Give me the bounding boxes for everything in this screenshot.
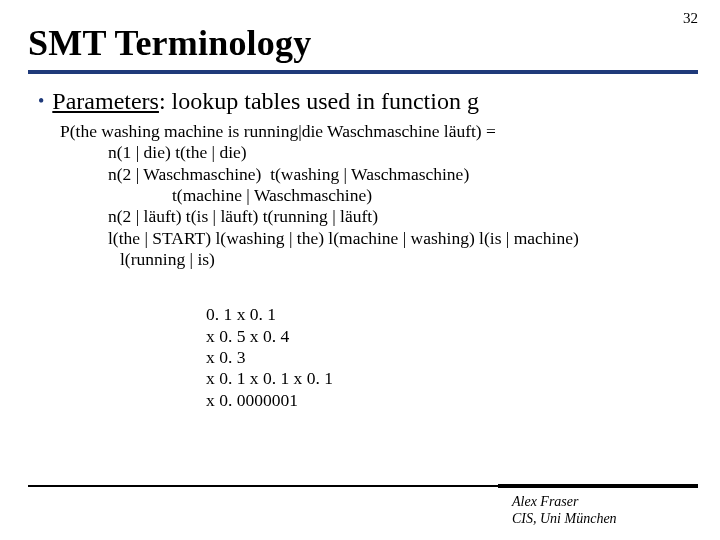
footer-rule-thin	[28, 485, 498, 487]
formula-line-7: l(running | is)	[60, 249, 690, 270]
page-number: 32	[683, 10, 698, 27]
bullet-icon: •	[38, 91, 44, 111]
numbers-block: 0. 1 x 0. 1 x 0. 5 x 0. 4 x 0. 3 x 0. 1 …	[38, 304, 690, 411]
content-area: •Parameters: lookup tables used in funct…	[0, 74, 720, 411]
numbers-line-2: x 0. 5 x 0. 4	[206, 326, 690, 347]
numbers-line-4: x 0. 1 x 0. 1 x 0. 1	[206, 368, 690, 389]
bullet-parameters: •Parameters: lookup tables used in funct…	[38, 88, 690, 115]
formula-line-2: n(1 | die) t(the | die)	[60, 142, 690, 163]
slide-title: SMT Terminology	[0, 0, 720, 66]
footer-rule	[28, 484, 698, 488]
numbers-line-3: x 0. 3	[206, 347, 690, 368]
formula-line-1: P(the washing machine is running|die Was…	[60, 121, 690, 142]
author-affiliation: CIS, Uni München	[512, 511, 672, 528]
formula-line-4: t(machine | Waschmaschine)	[60, 185, 690, 206]
parameters-label: Parameters	[52, 88, 159, 114]
bullet-rest: : lookup tables used in function g	[159, 88, 479, 114]
formula-block: P(the washing machine is running|die Was…	[38, 121, 690, 270]
numbers-line-1: 0. 1 x 0. 1	[206, 304, 690, 325]
formula-line-6: l(the | START) l(washing | the) l(machin…	[60, 228, 690, 249]
numbers-line-5: x 0. 0000001	[206, 390, 690, 411]
footer-rule-thick	[498, 484, 698, 488]
author-name: Alex Fraser	[512, 494, 672, 511]
formula-line-3: n(2 | Waschmaschine) t(washing | Waschma…	[60, 164, 690, 185]
author-credit: Alex Fraser CIS, Uni München	[512, 494, 672, 528]
formula-line-5: n(2 | läuft) t(is | läuft) t(running | l…	[60, 206, 690, 227]
